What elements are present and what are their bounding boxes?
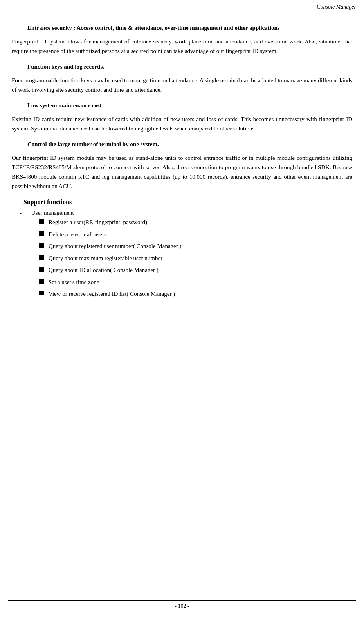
subitem-text: Query about maximum registerable user nu… bbox=[49, 254, 162, 263]
header-title: Console Manager bbox=[317, 4, 356, 10]
section-control-large: Control the large number of terminal by … bbox=[12, 141, 352, 191]
support-functions-heading: Support functions bbox=[12, 199, 352, 206]
list-item: Register a user(RF, fingerprint, passwor… bbox=[39, 218, 352, 227]
page-header: Console Manager bbox=[0, 0, 364, 13]
bullet-icon bbox=[39, 267, 44, 272]
bullet-icon bbox=[39, 231, 44, 236]
page-container: Console Manager Entrance security : Acce… bbox=[0, 0, 364, 625]
entrance-security-body: Fingerprint ID system allows for managem… bbox=[12, 37, 352, 56]
subitem-text: Query about registered user number( Cons… bbox=[49, 242, 181, 251]
entrance-security-heading: Entrance security : Access control, time… bbox=[12, 25, 352, 31]
list-item: Query about ID allocation( Console Manag… bbox=[39, 266, 352, 275]
page-footer: - 102 - bbox=[0, 600, 364, 609]
footer-rule bbox=[8, 600, 356, 601]
section-low-system: Low system maintenance cost Existing ID … bbox=[12, 102, 352, 133]
page-number: - 102 - bbox=[0, 603, 364, 609]
subitem-text: Register a user(RF, fingerprint, passwor… bbox=[49, 218, 147, 227]
list-item: Query about registered user number( Cons… bbox=[39, 242, 352, 251]
control-large-body: Our fingerprint ID system module may be … bbox=[12, 153, 352, 191]
subitem-text: Query about ID allocation( Console Manag… bbox=[49, 266, 159, 275]
list-dash: - bbox=[20, 210, 31, 216]
control-large-heading: Control the large number of terminal by … bbox=[12, 141, 352, 148]
section-support-functions: Support functions - User management Regi… bbox=[12, 199, 352, 299]
list-item: View or receive registered ID list( Cons… bbox=[39, 290, 352, 299]
user-management-label: User management bbox=[31, 210, 74, 216]
subitem-text: View or receive registered ID list( Cons… bbox=[49, 290, 175, 299]
bullet-icon bbox=[39, 279, 44, 284]
list-item-user-management: - User management bbox=[20, 210, 352, 216]
low-system-body: Existing ID cards require new issuance o… bbox=[12, 114, 352, 133]
function-keys-body: Four programmable function keys may be u… bbox=[12, 76, 352, 94]
list-item: Set a user's time zone bbox=[39, 278, 352, 287]
list-item: Delete a user or all users bbox=[39, 230, 352, 239]
section-function-keys: Function keys and log records. Four prog… bbox=[12, 63, 352, 94]
section-entrance-security: Entrance security : Access control, time… bbox=[12, 25, 352, 56]
bullet-icon bbox=[39, 291, 44, 295]
function-keys-heading: Function keys and log records. bbox=[12, 63, 352, 70]
bullet-icon bbox=[39, 243, 44, 248]
low-system-heading: Low system maintenance cost bbox=[12, 102, 352, 109]
list-item: Query about maximum registerable user nu… bbox=[39, 254, 352, 263]
support-functions-list: - User management Register a user(RF, fi… bbox=[20, 210, 352, 299]
content-area: Entrance security : Access control, time… bbox=[0, 13, 364, 330]
bullet-icon bbox=[39, 255, 44, 260]
subitem-text: Delete a user or all users bbox=[49, 230, 106, 239]
subitem-text: Set a user's time zone bbox=[49, 278, 99, 287]
bullet-icon bbox=[39, 219, 44, 224]
user-management-sublist: Register a user(RF, fingerprint, passwor… bbox=[39, 218, 352, 299]
